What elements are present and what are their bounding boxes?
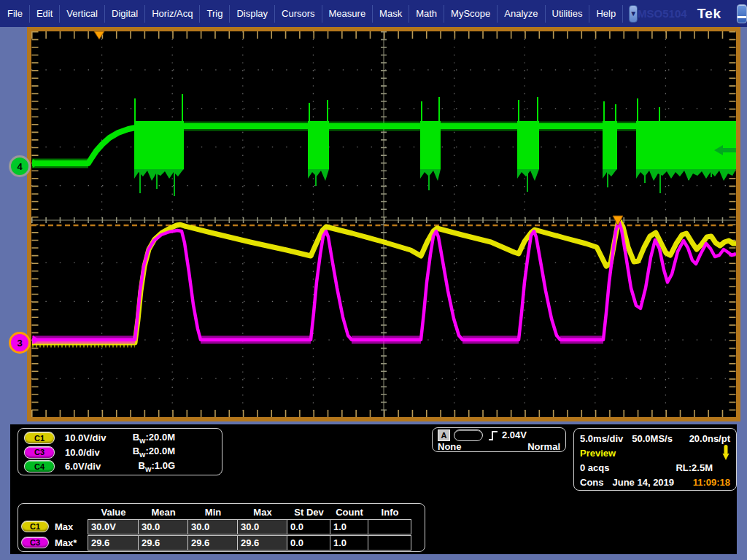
menu-bar: FileEditVerticalDigitalHoriz/AcqTrigDisp… [0, 0, 747, 27]
date-value: June 14, 2019 [613, 477, 675, 488]
measure-header-stdev: St Dev [287, 505, 330, 519]
c4-burst-ragged-bottom [636, 169, 736, 181]
channel-marker-4[interactable]: 4 [9, 155, 31, 177]
waveform-canvas[interactable] [31, 31, 736, 417]
measure-header-max: Max [238, 505, 287, 519]
trigger-position-pin-icon [721, 445, 730, 461]
c4-burst-block [420, 121, 441, 169]
channel-pill-c4[interactable]: C4 [24, 460, 55, 472]
measure-header-count: Count [330, 505, 368, 519]
trigger-a-badge: A [438, 429, 450, 441]
horizontal-readout-panel: 5.0ms/div 50.0MS/s 20.0ns/pt Preview 0 a… [573, 428, 737, 491]
menu-item-mask[interactable]: Mask [373, 5, 409, 23]
channel-bandwidth-value: BW:20.0M [133, 446, 175, 459]
measure-cell: 30.0 [237, 519, 287, 534]
resolution-value: 20.0ns/pt [689, 433, 730, 444]
display-mode-label: Cons [580, 477, 604, 488]
rising-edge-icon [488, 429, 499, 441]
c4-burst-ragged-bottom [134, 169, 184, 181]
menu-item-trig[interactable]: Trig [200, 5, 230, 23]
measure-cell: 29.6 [187, 535, 238, 551]
menu-item-digital[interactable]: Digital [105, 5, 145, 23]
menu-item-analyze[interactable]: Analyze [498, 5, 545, 23]
tek-logo: Tek [697, 6, 721, 22]
minimize-button[interactable] [737, 4, 747, 23]
measurement-table-panel: ValueMeanMinMaxSt DevCountInfoC1Max30.0V… [18, 503, 425, 552]
channel-bandwidth-value: BW:20.0M [133, 432, 175, 445]
trigger-level-value: 2.04V [502, 429, 527, 440]
channel-scale-value: 10.0V/div [65, 432, 106, 443]
measure-cell: 30.0 [138, 519, 188, 534]
measure-header-min: Min [188, 505, 238, 519]
channel-pill-c3[interactable]: C3 [24, 446, 55, 459]
minimize-icon [738, 16, 746, 18]
channel-scale-value: 10.0/div [65, 447, 100, 458]
measurement-table: ValueMeanMinMaxSt DevCountInfoC1Max30.0V… [21, 505, 422, 551]
menu-item-edit[interactable]: Edit [30, 5, 60, 23]
measure-cell [368, 519, 411, 534]
vertical-readout-panel: C110.0V/divBW:20.0MC310.0/divBW:20.0MC46… [18, 428, 222, 475]
trigger-source-pill[interactable]: C4 [454, 429, 483, 441]
c4-burst-block [603, 121, 617, 169]
record-length-value: RL:2.5M [676, 462, 713, 473]
channel-readout-row: C310.0/divBW:20.0M [24, 446, 216, 460]
sample-rate-value: 50.0MS/s [632, 433, 673, 444]
menu-item-math[interactable]: Math [409, 5, 444, 23]
measure-header-info: Info [368, 505, 411, 519]
measure-row-label: C3Max* [21, 535, 88, 550]
time-value: 11:09:18 [693, 477, 730, 488]
measure-cell: 0.0 [287, 535, 330, 551]
menu-item-vertical[interactable]: Vertical [60, 5, 105, 23]
c4-burst-block [636, 121, 736, 169]
channel-scale-value: 6.0V/div [65, 461, 101, 472]
c4-burst-ragged-bottom [308, 169, 329, 181]
chevron-down-icon: ▼ [630, 9, 637, 18]
menu-item-display[interactable]: Display [230, 5, 275, 23]
measure-header-value: Value [88, 505, 139, 519]
c4-burst-block [517, 121, 539, 169]
trigger-mode-label: Normal [527, 441, 560, 452]
acquisition-count: 0 acqs [580, 462, 609, 473]
channel-bandwidth-value: BW:1.0G [139, 460, 175, 473]
oscilloscope-screen: { "window": { "model": "MSO5104", "brand… [0, 0, 747, 560]
menu-item-horizacq[interactable]: Horiz/Acq [145, 5, 200, 23]
acquisition-status: Preview [580, 448, 616, 459]
menu-item-file[interactable]: File [0, 5, 30, 23]
measure-channel-pill-c1[interactable]: C1 [21, 521, 49, 532]
measure-cell: 29.6 [138, 535, 188, 551]
waveform-display-area: 43 [0, 27, 747, 424]
trigger-holdoff-label: None [438, 441, 462, 452]
menu-item-utilities[interactable]: Utilities [546, 5, 590, 23]
measure-name: Max [55, 521, 73, 532]
readout-section: C110.0V/divBW:20.0MC310.0/divBW:20.0MC46… [10, 424, 737, 554]
graticule[interactable] [27, 27, 740, 421]
channel-readout-row: C46.0V/divBW:1.0G [24, 459, 216, 474]
measure-cell: 0.0 [287, 519, 330, 534]
measure-cell: 29.6 [237, 535, 287, 551]
timebase-value: 5.0ms/div [580, 433, 623, 444]
menu-item-help[interactable]: Help [589, 5, 623, 23]
c4-burst-ragged-bottom [420, 169, 441, 181]
measure-cell: 1.0 [330, 535, 368, 551]
measure-channel-pill-c3[interactable]: C3 [21, 537, 49, 548]
menu-item-cursors[interactable]: Cursors [275, 5, 322, 23]
channel-marker-3[interactable]: 3 [9, 332, 31, 354]
measure-header-mean: Mean [139, 505, 188, 519]
menu-item-myscope[interactable]: MyScope [444, 5, 498, 23]
measure-cell: 29.6 [88, 535, 139, 551]
channel-pill-c1[interactable]: C1 [24, 432, 55, 444]
c4-burst-block [134, 121, 184, 169]
measure-cell: 30.0V [88, 519, 139, 534]
model-label: MSO5104 [638, 7, 687, 20]
menu-items: FileEditVerticalDigitalHoriz/AcqTrigDisp… [0, 5, 623, 23]
measure-cell: 30.0 [187, 519, 238, 534]
measure-cell: 1.0 [330, 519, 368, 534]
menu-item-measure[interactable]: Measure [322, 5, 374, 23]
trigger-readout-panel: A C4 2.04V None Normal [432, 427, 566, 452]
measure-cell [368, 535, 411, 551]
channel-readout-row: C110.0V/divBW:20.0M [24, 431, 216, 446]
c4-burst-block [308, 121, 329, 169]
measure-row-label: C1Max [21, 519, 88, 534]
menu-overflow-dropdown-button[interactable]: ▼ [629, 5, 638, 23]
c4-burst-ragged-bottom [603, 169, 617, 179]
